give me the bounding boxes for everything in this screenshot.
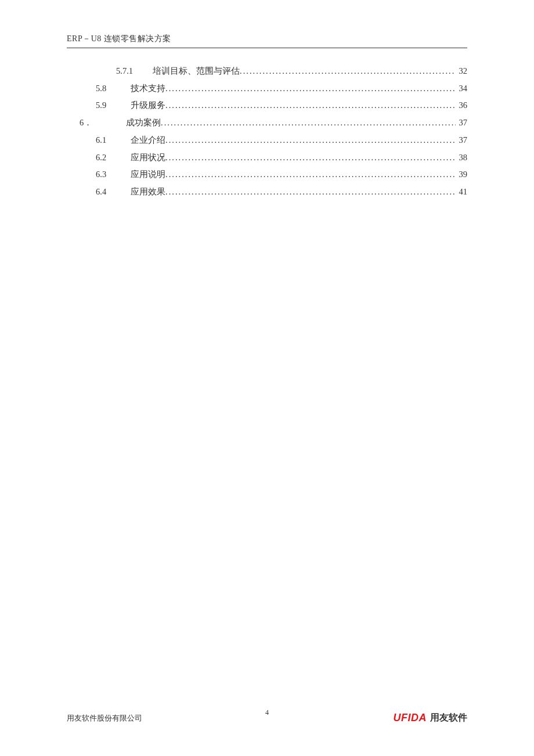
toc-page: 37 (456, 114, 467, 132)
toc-leader-dots (165, 149, 456, 167)
ufida-logo-english: UFIDA (394, 712, 427, 724)
toc-leader-dots (240, 63, 456, 80)
toc-leader-dots (161, 114, 456, 132)
toc-title: 培训目标、范围与评估 (153, 63, 240, 80)
footer-logo: UFIDA 用友软件 (394, 712, 468, 724)
footer-company-name: 用友软件股份有限公司 (67, 713, 142, 723)
toc-number: 5.9 (96, 97, 116, 114)
page-header: ERP－U8 连锁零售解决方案 (67, 34, 467, 48)
header-title: ERP－U8 连锁零售解决方案 (67, 34, 171, 43)
toc-entry: 6.1 企业介绍 37 (67, 132, 467, 149)
toc-entry: 5.9 升级服务 36 (67, 97, 467, 114)
toc-number: 6.1 (96, 132, 116, 149)
toc-leader-dots (165, 97, 456, 114)
toc-entry: 6． 成功案例 37 (67, 114, 467, 132)
toc-number: 6.4 (96, 183, 116, 201)
toc-leader-dots (165, 166, 456, 183)
toc-entry: 6.2 应用状况 38 (67, 149, 467, 167)
toc-page: 34 (456, 80, 467, 98)
toc-number: 5.7.1 (116, 63, 142, 80)
toc-page: 38 (456, 149, 467, 167)
toc-title: 应用说明 (131, 166, 165, 183)
toc-entry: 6.3 应用说明 39 (67, 166, 467, 183)
page-number: 4 (265, 708, 269, 717)
ufida-logo-chinese: 用友软件 (430, 712, 467, 724)
toc-number: 6． (80, 114, 103, 132)
toc-page: 39 (456, 166, 467, 183)
toc-number: 5.8 (96, 80, 116, 98)
toc-page: 32 (456, 63, 467, 80)
toc-leader-dots (165, 80, 456, 98)
table-of-contents: 5.7.1 培训目标、范围与评估 32 5.8 技术支持 34 5.9 升级服务… (67, 63, 467, 201)
toc-leader-dots (165, 132, 456, 149)
toc-entry: 6.4 应用效果 41 (67, 183, 467, 201)
toc-title: 成功案例 (126, 114, 161, 132)
toc-title: 升级服务 (131, 97, 165, 114)
toc-number: 6.3 (96, 166, 116, 183)
toc-page: 36 (456, 97, 467, 114)
toc-title: 技术支持 (131, 80, 165, 98)
toc-leader-dots (165, 183, 456, 201)
toc-title: 应用状况 (131, 149, 165, 167)
toc-entry: 5.7.1 培训目标、范围与评估 32 (67, 63, 467, 80)
toc-number: 6.2 (96, 149, 116, 167)
toc-title: 应用效果 (131, 183, 165, 201)
toc-title: 企业介绍 (131, 132, 165, 149)
toc-page: 41 (456, 183, 467, 201)
toc-entry: 5.8 技术支持 34 (67, 80, 467, 98)
page-footer: 用友软件股份有限公司 4 UFIDA 用友软件 (67, 712, 467, 724)
toc-page: 37 (456, 132, 467, 149)
